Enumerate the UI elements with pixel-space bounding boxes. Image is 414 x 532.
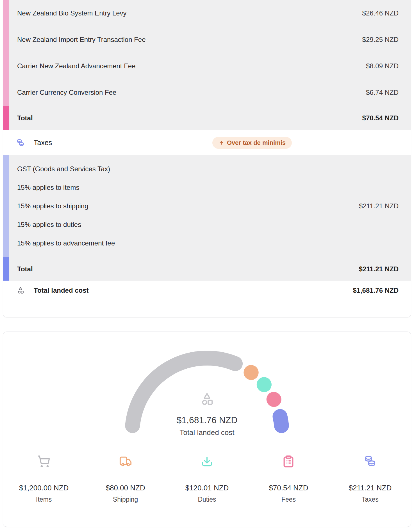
clipboard-icon	[282, 455, 295, 468]
total-landed-cost-row: Total landed cost $1,681.76 NZD	[3, 281, 411, 317]
cost-breakdown-card: New Zealand Bio System Entry Levy $26.46…	[3, 0, 411, 317]
tax-line-row: 15% applies to shipping $211.21 NZD	[9, 197, 411, 215]
truck-icon	[119, 455, 132, 468]
tax-breakdown-section: GST (Goods and Services Tax) 15% applies…	[3, 155, 411, 257]
legend-item-items: $1,200.00 NZD Items	[3, 455, 85, 503]
tax-line: 15% applies to duties	[17, 221, 81, 229]
fee-amount: $8.09 NZD	[366, 62, 399, 70]
tax-line: 15% applies to advancement fee	[17, 239, 115, 247]
fee-amount: $6.74 NZD	[366, 89, 399, 96]
tax-line-row: 15% applies to advancement fee	[9, 234, 411, 253]
fee-row: Carrier Currency Conversion Fee $6.74 NZ…	[9, 79, 411, 106]
fees-total-label: Total	[17, 114, 33, 122]
badge-label: Over tax de minimis	[227, 139, 286, 146]
coins-icon	[364, 455, 377, 468]
landed-cost-amount: $1,681.76 NZD	[353, 287, 399, 294]
tax-line-row: 15% applies to items	[9, 178, 411, 197]
tax-name-row: GST (Goods and Services Tax)	[9, 160, 411, 178]
fees-total-amount: $70.54 NZD	[362, 114, 399, 122]
taxes-section-header: Taxes Over tax de minimis	[3, 130, 411, 155]
fees-total-row: Total $70.54 NZD	[3, 106, 411, 130]
coins-icon	[16, 139, 25, 147]
landed-cost-page: New Zealand Bio System Entry Levy $26.46…	[0, 0, 414, 527]
download-tray-icon	[201, 455, 213, 468]
shopping-cart-icon	[37, 455, 50, 468]
legend-amount: $70.54 NZD	[269, 484, 308, 492]
legend-name: Taxes	[362, 496, 379, 503]
legend-item-taxes: $211.21 NZD Taxes	[329, 455, 411, 503]
fee-label: Carrier Currency Conversion Fee	[17, 89, 116, 96]
landed-cost-icon	[199, 391, 215, 407]
tax-line: 15% applies to items	[17, 184, 79, 191]
legend-item-duties: $120.01 NZD Duties	[166, 455, 248, 503]
taxes-total-label: Total	[17, 265, 33, 273]
landed-cost-icon	[16, 286, 25, 295]
taxes-header-label: Taxes	[34, 139, 52, 147]
legend-amount: $211.21 NZD	[349, 484, 392, 492]
legend-name: Duties	[198, 496, 216, 503]
landed-cost-label: Total landed cost	[34, 287, 89, 294]
taxes-total-row: Total $211.21 NZD	[3, 257, 411, 281]
fee-row: Carrier New Zealand Advancement Fee $8.0…	[9, 53, 411, 79]
tax-line: 15% applies to shipping	[17, 202, 88, 210]
landed-cost-gauge: $1,681.76 NZD Total landed cost	[117, 346, 297, 442]
tax-line-amount: $211.21 NZD	[359, 202, 399, 210]
taxes-total-amount: $211.21 NZD	[359, 265, 399, 273]
arrow-up-icon	[219, 140, 224, 146]
legend-item-fees: $70.54 NZD Fees	[248, 455, 329, 503]
fee-label: Carrier New Zealand Advancement Fee	[17, 62, 136, 70]
legend-name: Fees	[281, 496, 296, 503]
legend-amount: $1,200.00 NZD	[19, 484, 69, 492]
fee-row: New Zealand Bio System Entry Levy $26.46…	[9, 0, 411, 26]
fee-label: New Zealand Bio System Entry Levy	[17, 9, 127, 17]
gauge-center: $1,681.76 NZD Total landed cost	[117, 391, 297, 437]
fee-amount: $29.25 NZD	[362, 36, 399, 44]
fees-breakdown-section: New Zealand Bio System Entry Levy $26.46…	[3, 0, 411, 106]
legend-name: Items	[36, 496, 52, 503]
gauge-total-value: $1,681.76 NZD	[176, 415, 237, 425]
legend-amount: $80.00 NZD	[106, 484, 145, 492]
tax-line-row: 15% applies to duties	[9, 215, 411, 234]
gauge-total-label: Total landed cost	[179, 428, 234, 437]
cost-legend: $1,200.00 NZD Items $80.00 NZD Shipping	[3, 455, 411, 503]
over-tax-de-minimis-badge: Over tax de minimis	[212, 137, 292, 149]
tax-name: GST (Goods and Services Tax)	[17, 165, 110, 173]
legend-amount: $120.01 NZD	[185, 484, 229, 492]
cost-summary-chart-card: $1,681.76 NZD Total landed cost $1,200.0…	[3, 332, 411, 527]
fee-row: New Zealand Import Entry Transaction Fee…	[9, 26, 411, 53]
fee-amount: $26.46 NZD	[362, 9, 399, 17]
legend-name: Shipping	[113, 496, 138, 503]
fee-label: New Zealand Import Entry Transaction Fee	[17, 36, 146, 44]
legend-item-shipping: $80.00 NZD Shipping	[85, 455, 166, 503]
